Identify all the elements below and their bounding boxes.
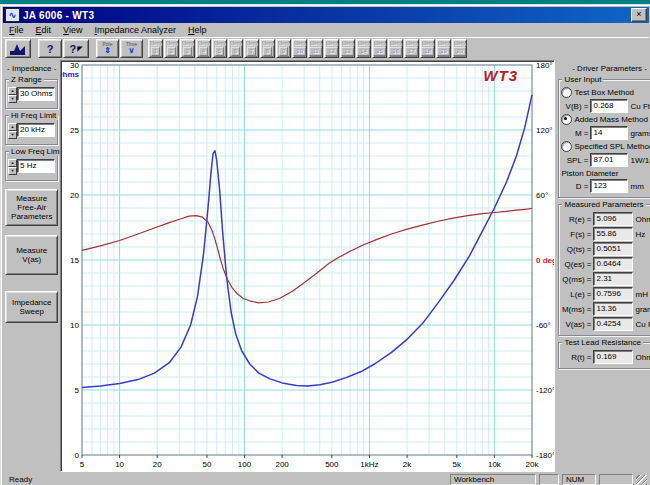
rt-value: 0.169 xyxy=(593,350,633,364)
toolbar-separator xyxy=(32,40,37,57)
vb-unit: Cu Ft xyxy=(630,102,650,111)
toolbar-mem-button-3[interactable]: Mem3 xyxy=(180,39,195,58)
menu-impedance-analyzer[interactable]: Impedance Analyzer xyxy=(88,24,182,36)
vb-field[interactable]: 0.268 xyxy=(590,99,628,113)
le-label: L(e) = xyxy=(561,290,591,299)
mass-field[interactable]: 14 xyxy=(590,126,628,140)
pole-button[interactable]: Pole ⇕ xyxy=(96,39,119,58)
svg-text:60°: 60° xyxy=(536,191,548,200)
added-mass-method-label: Added Mass Method xyxy=(574,115,647,124)
toolbar-mem-button-11[interactable]: Mem11 xyxy=(308,39,323,58)
re-value: 5.096 xyxy=(593,212,633,226)
z-range-field[interactable]: 30 Ohms xyxy=(17,87,55,101)
toolbar-mem-button-7[interactable]: Mem7 xyxy=(244,39,259,58)
toolbar-mem-button-15[interactable]: Mem15 xyxy=(372,39,387,58)
rt-label: R(t) = xyxy=(561,353,591,362)
hi-freq-spinner[interactable]: ▲▼ xyxy=(8,123,17,139)
svg-text:20: 20 xyxy=(153,460,162,469)
toolbar-mem-button-10[interactable]: Mem10 xyxy=(292,39,307,58)
svg-text:-180°: -180° xyxy=(536,451,554,460)
qms-value: 2.31 xyxy=(593,272,633,286)
toolbar-mem-button-8[interactable]: Mem8 xyxy=(260,39,275,58)
diameter-unit: mm xyxy=(630,182,643,191)
help-button[interactable]: ? xyxy=(38,39,62,58)
svg-text:100: 100 xyxy=(238,460,252,469)
svg-text:20: 20 xyxy=(71,191,80,200)
le-value: 0.7596 xyxy=(593,287,633,301)
hi-freq-field[interactable]: 20 kHz xyxy=(17,123,55,137)
low-freq-field[interactable]: 5 Hz xyxy=(17,159,55,173)
status-pane-blank-2 xyxy=(599,474,633,485)
impedance-phase-chart: 51020501002005001kHz2k5k10k20k0510152025… xyxy=(61,61,554,471)
impedance-control-panel: - Impedance - Z Range ▲▼ 30 Ohms Hi Freq… xyxy=(3,60,60,472)
added-mass-method-radio[interactable] xyxy=(561,114,572,125)
toolbar-mem-button-14[interactable]: Mem14 xyxy=(356,39,371,58)
test-box-method-label: Test Box Method xyxy=(574,88,634,97)
desktop-background: { "window": { "title": "JA 6006 - WT3", … xyxy=(0,0,650,485)
svg-text:5k: 5k xyxy=(453,460,462,469)
svg-text:120°: 120° xyxy=(536,126,553,135)
mass-unit: grams xyxy=(630,129,650,138)
low-freq-spinner[interactable]: ▲▼ xyxy=(8,159,17,175)
svg-text:180°: 180° xyxy=(536,61,553,70)
app-window: ∿ JA 6006 - WT3 × File Edit View Impedan… xyxy=(0,4,650,485)
menu-help[interactable]: Help xyxy=(182,24,213,36)
toolbar-mem-button-13[interactable]: Mem13 xyxy=(340,39,355,58)
toolbar-mem-button-16[interactable]: Mem16 xyxy=(388,39,403,58)
toolbar-mem-button-20[interactable]: Mem20 xyxy=(452,39,467,58)
toolbar-mem-button-6[interactable]: Mem6 xyxy=(228,39,243,58)
up-down-arrow-icon: ⇕ xyxy=(104,47,111,55)
close-button[interactable]: × xyxy=(631,8,647,22)
toolbar-mem-button-19[interactable]: Mem19 xyxy=(436,39,451,58)
spl-field[interactable]: 87.01 xyxy=(590,153,628,167)
specified-spl-method-radio[interactable] xyxy=(561,141,572,152)
memory-buttons-group: Mem1Mem2Mem3Mem4Mem5Mem6Mem7Mem8Mem9Mem1… xyxy=(148,39,467,58)
status-num-indicator: NUM xyxy=(562,474,596,485)
toolbar-mem-button-4[interactable]: Mem4 xyxy=(196,39,211,58)
svg-text:30: 30 xyxy=(71,61,80,70)
impedance-chart-panel: 51020501002005001kHz2k5k10k20k0510152025… xyxy=(60,60,555,472)
impedance-sweep-button[interactable]: Impedance Sweep xyxy=(5,291,58,323)
client-area: - Impedance - Z Range ▲▼ 30 Ohms Hi Freq… xyxy=(3,60,649,472)
toolbar-mem-button-17[interactable]: Mem17 xyxy=(404,39,419,58)
svg-text:15: 15 xyxy=(71,256,80,265)
svg-text:-60°: -60° xyxy=(536,321,551,330)
toolbar-mem-button-2[interactable]: Mem2 xyxy=(164,39,179,58)
z-range-spinner[interactable]: ▲▼ xyxy=(8,87,17,103)
thevenin-button[interactable]: Thve ∨ xyxy=(120,39,143,58)
user-input-group: User Input Test Box Method V(B) = 0.268 … xyxy=(558,79,650,198)
title-bar[interactable]: ∿ JA 6006 - WT3 × xyxy=(3,7,649,23)
measure-free-air-button[interactable]: Measure Free-Air Parameters xyxy=(5,189,58,226)
spl-unit: 1W/1m xyxy=(630,156,650,165)
svg-text:200: 200 xyxy=(276,460,290,469)
mms-value: 13.36 xyxy=(593,302,633,316)
menu-file[interactable]: File xyxy=(3,24,30,36)
toolbar-mem-button-9[interactable]: Mem9 xyxy=(276,39,291,58)
toolbar-mem-button-1[interactable]: Mem1 xyxy=(148,39,163,58)
measure-vas-button[interactable]: Measure V(as) xyxy=(5,235,58,275)
toolbar-mem-button-5[interactable]: Mem5 xyxy=(212,39,227,58)
test-box-method-radio[interactable] xyxy=(561,87,572,98)
qms-label: Q(ms) = xyxy=(561,275,591,284)
cursor-arrow-icon: ◤ xyxy=(77,45,82,53)
toolbar-mem-button-18[interactable]: Mem18 xyxy=(420,39,435,58)
chart-icon-button[interactable] xyxy=(5,39,31,58)
menu-view[interactable]: View xyxy=(57,24,88,36)
driver-parameters-panel: - Driver Parameters - User Input Test Bo… xyxy=(555,60,650,472)
svg-text:0 deg: 0 deg xyxy=(536,256,554,265)
svg-text:WT3: WT3 xyxy=(484,67,519,84)
context-help-button[interactable]: ? ◤ xyxy=(63,39,89,58)
menu-bar: File Edit View Impedance Analyzer Help xyxy=(3,23,649,37)
hi-freq-limit-group: Hi Freq Limit ▲▼ 20 kHz xyxy=(5,115,58,145)
toolbar: ? ? ◤ Pole ⇕ Thve ∨ Mem1Mem2Mem3Mem4Mem5… xyxy=(3,37,649,60)
svg-text:Ohms: Ohms xyxy=(61,70,80,79)
resize-grip[interactable] xyxy=(636,475,647,485)
svg-text:1kHz: 1kHz xyxy=(361,460,379,469)
v-curve-icon: ∨ xyxy=(129,47,135,55)
menu-edit[interactable]: Edit xyxy=(30,24,58,36)
diameter-field[interactable]: 123 xyxy=(590,179,628,193)
toolbar-mem-button-12[interactable]: Mem12 xyxy=(324,39,339,58)
diameter-label: D = xyxy=(561,182,588,191)
qts-label: Q(ts) = xyxy=(561,245,591,254)
fs-label: F(s) = xyxy=(561,230,591,239)
